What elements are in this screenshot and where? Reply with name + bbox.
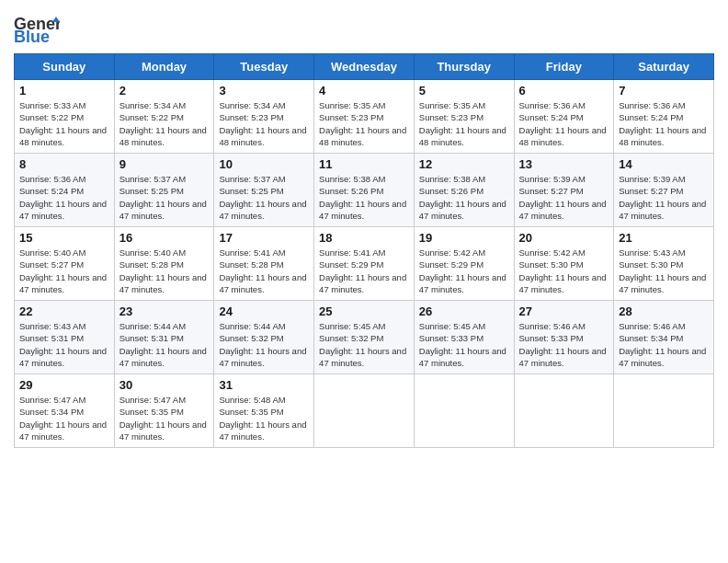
day-detail: Sunrise: 5:41 AMSunset: 5:29 PMDaylight:… <box>319 247 406 294</box>
day-number: 24 <box>219 304 309 318</box>
page-header: General Blue <box>14 9 714 46</box>
day-cell-9: 9 Sunrise: 5:37 AMSunset: 5:25 PMDayligh… <box>114 154 214 227</box>
day-detail: Sunrise: 5:38 AMSunset: 5:26 PMDaylight:… <box>319 174 406 221</box>
day-cell-13: 13 Sunrise: 5:39 AMSunset: 5:27 PMDaylig… <box>514 154 614 227</box>
day-detail: Sunrise: 5:45 AMSunset: 5:33 PMDaylight:… <box>419 321 506 368</box>
day-cell-12: 12 Sunrise: 5:38 AMSunset: 5:26 PMDaylig… <box>414 154 514 227</box>
weekday-header-tuesday: Tuesday <box>214 54 314 80</box>
day-number: 9 <box>119 157 210 171</box>
day-detail: Sunrise: 5:44 AMSunset: 5:32 PMDaylight:… <box>219 321 306 368</box>
day-cell-22: 22 Sunrise: 5:43 AMSunset: 5:31 PMDaylig… <box>15 301 115 374</box>
empty-cell <box>614 374 714 448</box>
day-number: 15 <box>19 231 109 245</box>
weekday-header-monday: Monday <box>114 54 214 80</box>
day-detail: Sunrise: 5:42 AMSunset: 5:30 PMDaylight:… <box>519 247 607 294</box>
weekday-header-friday: Friday <box>514 54 614 80</box>
day-number: 3 <box>219 84 309 98</box>
day-cell-27: 27 Sunrise: 5:46 AMSunset: 5:33 PMDaylig… <box>514 301 614 374</box>
day-cell-26: 26 Sunrise: 5:45 AMSunset: 5:33 PMDaylig… <box>414 301 514 374</box>
day-cell-19: 19 Sunrise: 5:42 AMSunset: 5:29 PMDaylig… <box>414 227 514 301</box>
day-cell-6: 6 Sunrise: 5:36 AMSunset: 5:24 PMDayligh… <box>514 80 614 154</box>
day-detail: Sunrise: 5:36 AMSunset: 5:24 PMDaylight:… <box>519 100 607 147</box>
week-row-4: 22 Sunrise: 5:43 AMSunset: 5:31 PMDaylig… <box>15 301 714 374</box>
day-number: 5 <box>419 84 509 98</box>
day-number: 29 <box>19 378 109 392</box>
day-cell-30: 30 Sunrise: 5:47 AMSunset: 5:35 PMDaylig… <box>114 374 214 448</box>
day-detail: Sunrise: 5:37 AMSunset: 5:25 PMDaylight:… <box>119 174 207 221</box>
day-cell-28: 28 Sunrise: 5:46 AMSunset: 5:34 PMDaylig… <box>614 301 714 374</box>
day-detail: Sunrise: 5:35 AMSunset: 5:23 PMDaylight:… <box>419 100 506 147</box>
day-number: 30 <box>119 378 210 392</box>
day-number: 23 <box>119 304 210 318</box>
day-number: 6 <box>519 84 609 98</box>
day-cell-16: 16 Sunrise: 5:40 AMSunset: 5:28 PMDaylig… <box>114 227 214 301</box>
day-detail: Sunrise: 5:36 AMSunset: 5:24 PMDaylight:… <box>19 174 107 221</box>
day-detail: Sunrise: 5:42 AMSunset: 5:29 PMDaylight:… <box>419 247 506 294</box>
calendar-table: SundayMondayTuesdayWednesdayThursdayFrid… <box>14 53 714 448</box>
day-number: 18 <box>319 231 409 245</box>
day-detail: Sunrise: 5:48 AMSunset: 5:35 PMDaylight:… <box>219 395 306 442</box>
day-detail: Sunrise: 5:34 AMSunset: 5:22 PMDaylight:… <box>119 100 207 147</box>
day-detail: Sunrise: 5:47 AMSunset: 5:35 PMDaylight:… <box>119 395 207 442</box>
day-detail: Sunrise: 5:39 AMSunset: 5:27 PMDaylight:… <box>619 174 706 221</box>
day-cell-3: 3 Sunrise: 5:34 AMSunset: 5:23 PMDayligh… <box>214 80 314 154</box>
day-cell-2: 2 Sunrise: 5:34 AMSunset: 5:22 PMDayligh… <box>114 80 214 154</box>
day-detail: Sunrise: 5:39 AMSunset: 5:27 PMDaylight:… <box>519 174 607 221</box>
day-cell-20: 20 Sunrise: 5:42 AMSunset: 5:30 PMDaylig… <box>514 227 614 301</box>
day-detail: Sunrise: 5:34 AMSunset: 5:23 PMDaylight:… <box>219 100 306 147</box>
day-cell-15: 15 Sunrise: 5:40 AMSunset: 5:27 PMDaylig… <box>15 227 115 301</box>
day-cell-10: 10 Sunrise: 5:37 AMSunset: 5:25 PMDaylig… <box>214 154 314 227</box>
day-cell-24: 24 Sunrise: 5:44 AMSunset: 5:32 PMDaylig… <box>214 301 314 374</box>
day-cell-8: 8 Sunrise: 5:36 AMSunset: 5:24 PMDayligh… <box>15 154 115 227</box>
day-number: 16 <box>119 231 210 245</box>
weekday-header-sunday: Sunday <box>15 54 115 80</box>
day-number: 17 <box>219 231 309 245</box>
day-detail: Sunrise: 5:44 AMSunset: 5:31 PMDaylight:… <box>119 321 207 368</box>
day-detail: Sunrise: 5:47 AMSunset: 5:34 PMDaylight:… <box>19 395 107 442</box>
week-row-5: 29 Sunrise: 5:47 AMSunset: 5:34 PMDaylig… <box>15 374 714 448</box>
day-detail: Sunrise: 5:43 AMSunset: 5:31 PMDaylight:… <box>19 321 107 368</box>
day-detail: Sunrise: 5:40 AMSunset: 5:27 PMDaylight:… <box>19 247 107 294</box>
day-number: 25 <box>319 304 409 318</box>
day-number: 27 <box>519 304 609 318</box>
logo-icon: General Blue <box>14 9 60 46</box>
weekday-header-row: SundayMondayTuesdayWednesdayThursdayFrid… <box>15 54 714 80</box>
day-detail: Sunrise: 5:40 AMSunset: 5:28 PMDaylight:… <box>119 247 207 294</box>
day-number: 14 <box>619 157 709 171</box>
day-number: 4 <box>319 84 409 98</box>
week-row-2: 8 Sunrise: 5:36 AMSunset: 5:24 PMDayligh… <box>15 154 714 227</box>
weekday-header-saturday: Saturday <box>614 54 714 80</box>
day-detail: Sunrise: 5:46 AMSunset: 5:34 PMDaylight:… <box>619 321 706 368</box>
day-number: 1 <box>19 84 109 98</box>
day-cell-14: 14 Sunrise: 5:39 AMSunset: 5:27 PMDaylig… <box>614 154 714 227</box>
day-number: 10 <box>219 157 309 171</box>
day-detail: Sunrise: 5:46 AMSunset: 5:33 PMDaylight:… <box>519 321 607 368</box>
empty-cell <box>414 374 514 448</box>
day-detail: Sunrise: 5:43 AMSunset: 5:30 PMDaylight:… <box>619 247 706 294</box>
day-cell-1: 1 Sunrise: 5:33 AMSunset: 5:22 PMDayligh… <box>15 80 115 154</box>
day-cell-25: 25 Sunrise: 5:45 AMSunset: 5:32 PMDaylig… <box>314 301 415 374</box>
empty-cell <box>514 374 614 448</box>
day-detail: Sunrise: 5:45 AMSunset: 5:32 PMDaylight:… <box>319 321 406 368</box>
day-number: 21 <box>619 231 709 245</box>
day-cell-17: 17 Sunrise: 5:41 AMSunset: 5:28 PMDaylig… <box>214 227 314 301</box>
day-number: 8 <box>19 157 109 171</box>
day-detail: Sunrise: 5:38 AMSunset: 5:26 PMDaylight:… <box>419 174 506 221</box>
day-number: 2 <box>119 84 210 98</box>
logo: General Blue <box>14 9 60 46</box>
day-detail: Sunrise: 5:36 AMSunset: 5:24 PMDaylight:… <box>619 100 706 147</box>
day-detail: Sunrise: 5:37 AMSunset: 5:25 PMDaylight:… <box>219 174 306 221</box>
day-number: 13 <box>519 157 609 171</box>
day-detail: Sunrise: 5:41 AMSunset: 5:28 PMDaylight:… <box>219 247 306 294</box>
day-cell-23: 23 Sunrise: 5:44 AMSunset: 5:31 PMDaylig… <box>114 301 214 374</box>
day-number: 11 <box>319 157 409 171</box>
day-cell-7: 7 Sunrise: 5:36 AMSunset: 5:24 PMDayligh… <box>614 80 714 154</box>
day-number: 28 <box>619 304 709 318</box>
day-number: 26 <box>419 304 509 318</box>
day-cell-11: 11 Sunrise: 5:38 AMSunset: 5:26 PMDaylig… <box>314 154 415 227</box>
day-number: 7 <box>619 84 709 98</box>
weekday-header-thursday: Thursday <box>414 54 514 80</box>
svg-text:Blue: Blue <box>14 28 50 46</box>
weekday-header-wednesday: Wednesday <box>314 54 415 80</box>
day-cell-31: 31 Sunrise: 5:48 AMSunset: 5:35 PMDaylig… <box>214 374 314 448</box>
